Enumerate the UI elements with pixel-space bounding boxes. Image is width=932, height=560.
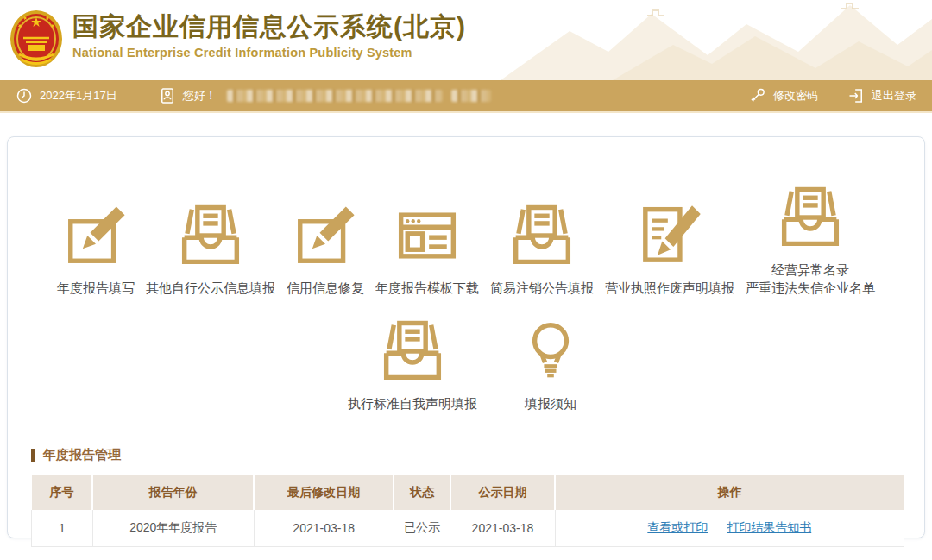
document-edit-icon <box>636 202 703 269</box>
id-card-icon <box>159 87 176 104</box>
view-or-print-link[interactable]: 查看或打印 <box>647 520 708 534</box>
lightbulb-icon <box>517 318 584 385</box>
national-emblem-logo <box>9 6 64 73</box>
cell-publicity-date: 2021-03-18 <box>450 510 555 546</box>
cell-status: 已公示 <box>394 510 450 546</box>
key-icon <box>749 87 766 104</box>
cell-last-modified: 2021-03-18 <box>254 510 394 546</box>
current-date: 2022年1月17日 <box>16 87 117 104</box>
report-section-header: 年度报告管理 <box>31 447 924 463</box>
col-header-publicity-date: 公示日期 <box>450 475 555 510</box>
table-header-row: 序号 报告年份 最后修改日期 状态 公示日期 操作 <box>32 475 904 510</box>
action-license-void-declaration[interactable]: 营业执照作废声明填报 <box>605 202 734 297</box>
date-text: 2022年1月17日 <box>40 88 117 104</box>
inbox-document-icon <box>777 184 844 251</box>
col-header-operation: 操作 <box>555 475 904 510</box>
col-header-status: 状态 <box>394 475 450 510</box>
action-filing-instructions[interactable]: 填报须知 <box>517 318 584 412</box>
edit-square-icon <box>292 202 359 269</box>
col-header-index: 序号 <box>32 475 93 510</box>
inbox-document-icon <box>379 318 446 385</box>
col-header-report-year: 报告年份 <box>92 475 254 510</box>
action-label: 营业执照作废声明填报 <box>605 279 734 297</box>
action-label: 其他自行公示信息填报 <box>146 279 275 297</box>
quick-actions-row-1: 年度报告填写 其他自行公示信息填报 信用信息修复 年度报告模板下载 简易注销公告… <box>8 184 924 297</box>
action-report-template-download[interactable]: 年度报告模板下载 <box>375 202 479 297</box>
cell-operations: 查看或打印 打印结果告知书 <box>555 510 904 546</box>
clock-icon <box>16 87 33 104</box>
inbox-document-icon <box>177 202 244 269</box>
action-label-line2: 严重违法失信企业名单 <box>746 279 875 297</box>
site-title: 国家企业信用信息公示系统(北京) <box>72 11 466 42</box>
action-label: 执行标准自我声明填报 <box>348 394 477 412</box>
change-password-label: 修改密码 <box>773 88 818 104</box>
section-title: 年度报告管理 <box>43 447 121 463</box>
action-label: 年度报告填写 <box>57 279 135 297</box>
title-block: 国家企业信用信息公示系统(北京) National Enterprise Cre… <box>72 11 466 60</box>
action-label: 填报须知 <box>525 394 576 412</box>
user-toolbar: 2022年1月17日 您好！ 修改密码 退出登录 <box>0 80 932 113</box>
table-row: 1 2020年年度报告 2021-03-18 已公示 2021-03-18 查看… <box>32 510 904 546</box>
edit-square-icon <box>62 202 129 269</box>
site-header: 国家企业信用信息公示系统(北京) National Enterprise Cre… <box>0 0 932 80</box>
main-panel: 年度报告填写 其他自行公示信息填报 信用信息修复 年度报告模板下载 简易注销公告… <box>7 136 925 538</box>
col-header-last-modified: 最后修改日期 <box>254 475 394 510</box>
action-simple-cancellation[interactable]: 简易注销公告填报 <box>490 202 594 297</box>
action-label-line1: 经营异常名录 <box>746 261 875 279</box>
action-abnormal-operations-list[interactable]: 经营异常名录 严重违法失信企业名单 <box>746 184 875 297</box>
logout-label: 退出登录 <box>872 88 916 104</box>
annual-report-table: 序号 报告年份 最后修改日期 状态 公示日期 操作 1 2020年年度报告 20… <box>31 475 904 547</box>
redacted-username <box>227 90 491 102</box>
greeting-text: 您好！ <box>183 88 217 104</box>
section-marker-bar <box>31 449 35 462</box>
cell-index: 1 <box>32 510 93 546</box>
logout-icon <box>847 87 865 104</box>
action-credit-repair[interactable]: 信用信息修复 <box>287 202 364 297</box>
mountain-watermark-art <box>449 0 932 80</box>
inbox-document-icon <box>508 202 576 269</box>
site-subtitle: National Enterprise Credit Information P… <box>72 46 466 60</box>
print-result-notice-link[interactable]: 打印结果告知书 <box>727 520 811 534</box>
action-other-self-publicity[interactable]: 其他自行公示信息填报 <box>146 202 275 297</box>
quick-actions-row-2: 执行标准自我声明填报 填报须知 <box>8 318 924 412</box>
logout-button[interactable]: 退出登录 <box>847 87 916 104</box>
action-label: 简易注销公告填报 <box>490 279 594 297</box>
action-standard-self-declaration[interactable]: 执行标准自我声明填报 <box>348 318 477 412</box>
action-label: 信用信息修复 <box>287 279 364 297</box>
cell-report-year: 2020年年度报告 <box>92 510 254 546</box>
user-greeting: 您好！ <box>159 87 491 104</box>
action-label: 经营异常名录 严重违法失信企业名单 <box>746 261 875 297</box>
template-window-icon <box>394 202 461 269</box>
page: 国家企业信用信息公示系统(北京) National Enterprise Cre… <box>0 0 932 560</box>
action-label: 年度报告模板下载 <box>375 279 479 297</box>
change-password-button[interactable]: 修改密码 <box>749 87 818 104</box>
action-annual-report-fill[interactable]: 年度报告填写 <box>57 202 135 297</box>
toolbar-actions: 修改密码 退出登录 <box>749 87 916 104</box>
